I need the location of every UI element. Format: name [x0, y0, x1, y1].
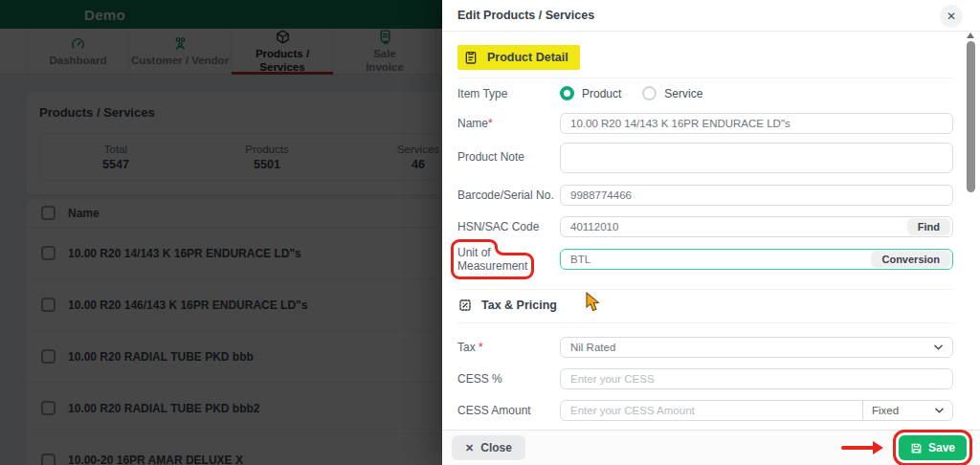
field-label: Unit of Measurement — [457, 246, 560, 273]
divider — [457, 322, 953, 323]
radio-product[interactable]: Product — [560, 86, 621, 100]
cess-amount-group: Enter your CESS Amount Fixed — [560, 400, 953, 421]
field-label: Product Note — [457, 150, 560, 164]
close-button[interactable]: ✕ Close — [452, 435, 525, 460]
field-label: Tax * — [457, 341, 560, 354]
field-cess-percent: CESS % — [457, 368, 953, 389]
radio-label: Service — [664, 87, 702, 100]
section-tax-pricing: Tax & Pricing — [457, 296, 953, 315]
unit-selected-value: Fixed — [872, 405, 927, 416]
annotation-red-box-uom: Unit of Measurement — [457, 246, 527, 273]
field-label: CESS Amount — [457, 404, 560, 417]
item-type-radio-group: Product Service — [560, 86, 953, 100]
hsn-code-input[interactable] — [560, 216, 953, 237]
radio-selected-icon — [560, 86, 574, 100]
modal-body: Product Detail Item Type Product Service — [442, 32, 980, 430]
field-label: Barcode/Serial No. — [457, 188, 560, 202]
section-product-detail: Product Detail — [457, 45, 580, 70]
cess-percent-input[interactable] — [560, 368, 953, 389]
modal-title: Edit Products / Services — [457, 9, 594, 22]
field-item-type: Item Type Product Service — [457, 86, 953, 100]
find-button[interactable]: Find — [907, 218, 950, 235]
close-x-icon: ✕ — [465, 442, 474, 454]
required-asterisk: * — [479, 341, 483, 354]
divider — [457, 289, 953, 290]
radio-service[interactable]: Service — [642, 86, 702, 100]
tax-select[interactable]: Nil Rated — [560, 337, 953, 358]
field-label: HSN/SAC Code — [457, 220, 560, 233]
product-note-input[interactable] — [560, 143, 953, 173]
modal-footer: ✕ Close Save — [442, 430, 980, 465]
field-product-note: Product Note — [457, 143, 953, 173]
cess-amount-input[interactable]: Enter your CESS Amount — [561, 401, 862, 420]
required-asterisk: * — [488, 117, 493, 130]
mouse-cursor-icon — [585, 292, 601, 313]
conversion-button[interactable]: Conversion — [871, 251, 950, 268]
close-button-label: Close — [480, 441, 512, 454]
divider — [457, 78, 953, 78]
section-title: Tax & Pricing — [481, 299, 557, 312]
field-tax: Tax * Nil Rated — [457, 337, 953, 358]
close-icon[interactable]: ✕ — [940, 5, 963, 28]
app-window: Demo Dashboard Customer / Vendor Product… — [0, 0, 980, 465]
barcode-input[interactable] — [560, 185, 953, 206]
chevron-down-icon — [935, 408, 944, 413]
save-button[interactable]: Save — [899, 435, 967, 460]
save-button-label: Save — [928, 441, 955, 454]
tax-selected-value: Nil Rated — [570, 342, 934, 353]
field-cess-amount: CESS Amount Enter your CESS Amount Fixed — [457, 400, 953, 421]
radio-unselected-icon — [642, 86, 657, 100]
tax-stamp-icon — [457, 298, 473, 313]
annotation-red-arrow — [841, 441, 883, 454]
name-input[interactable] — [560, 113, 953, 134]
field-barcode: Barcode/Serial No. — [457, 185, 953, 206]
section-title: Product Detail — [487, 51, 568, 64]
modal-header: Edit Products / Services ✕ — [442, 0, 980, 32]
field-label: Item Type — [457, 87, 560, 100]
scrollbar-up-arrow-icon[interactable] — [967, 33, 974, 38]
field-label: Name* — [457, 117, 560, 130]
clipboard-icon — [463, 50, 479, 65]
field-name: Name* — [457, 113, 953, 134]
field-unit-of-measurement: Unit of Measurement Conversion — [457, 246, 953, 273]
cess-amount-unit-select[interactable]: Fixed — [862, 401, 952, 420]
field-hsn-code: HSN/SAC Code Find — [457, 216, 953, 237]
chevron-down-icon — [934, 344, 943, 350]
save-floppy-icon — [910, 442, 923, 454]
radio-label: Product — [582, 87, 621, 100]
field-label: CESS % — [457, 372, 560, 386]
scrollbar-thumb[interactable] — [967, 41, 975, 192]
edit-product-modal: Edit Products / Services ✕ Product Detai… — [442, 0, 980, 465]
